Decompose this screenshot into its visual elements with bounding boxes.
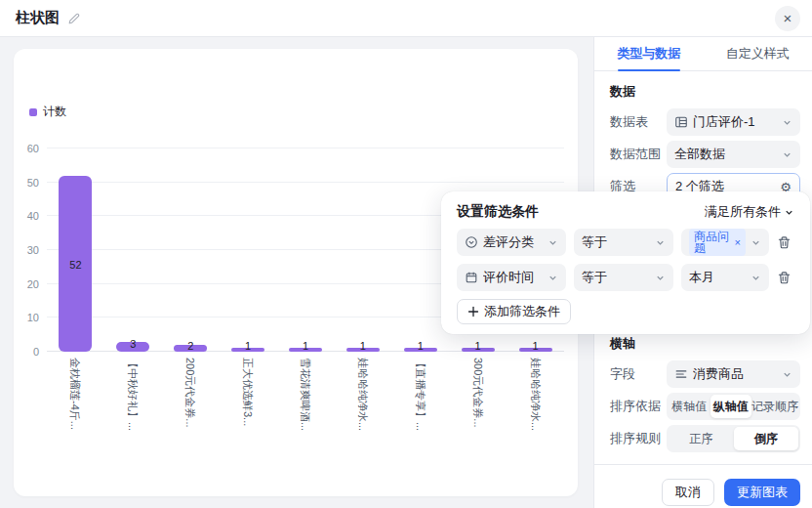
filter-field-select[interactable]: 差评分类	[457, 229, 566, 256]
tab-custom-style[interactable]: 自定义样式	[704, 37, 812, 70]
x-category-label: 雪花清爽啤酒...	[298, 358, 312, 431]
chevron-down-icon	[782, 149, 792, 160]
sort-by-option[interactable]: 纵轴值	[710, 395, 752, 418]
legend-label: 计数	[43, 104, 66, 120]
bar-value-label: 1	[449, 340, 507, 352]
bar-value-label: 52	[47, 259, 104, 271]
field-label: 字段	[610, 365, 667, 383]
y-tick-label: 30	[14, 244, 39, 256]
sort-rule-label: 排序规则	[610, 430, 667, 447]
bar-value-label: 1	[277, 340, 335, 352]
x-category-label: 金枕榴莲-4斤...	[67, 358, 82, 430]
bar-value-label: 2	[162, 340, 220, 352]
tag-label: 商品问题	[694, 231, 732, 254]
chevron-down-icon	[548, 273, 558, 283]
tab-type-and-data[interactable]: 类型与数据	[594, 37, 704, 70]
chevron-down-icon	[751, 237, 761, 248]
filter-value-select[interactable]: 本月	[681, 264, 769, 291]
filter-field-value: 差评分类	[483, 233, 543, 251]
x-category-label: 娃哈哈纯净水...	[355, 358, 370, 431]
y-tick-label: 10	[14, 312, 39, 323]
filter-operator-value: 等于	[582, 269, 650, 286]
filter-operator-value: 等于	[582, 233, 650, 251]
filter-field-select[interactable]: 评价时间	[457, 264, 566, 291]
close-icon[interactable]: ×	[775, 6, 800, 31]
filter-operator-select[interactable]: 等于	[574, 264, 673, 291]
sort-by-option[interactable]: 横轴值	[669, 395, 710, 418]
sort-rule-option[interactable]: 倒序	[734, 427, 799, 450]
add-filter-label: 添加筛选条件	[484, 303, 560, 320]
plus-icon	[467, 306, 479, 318]
data-table-select[interactable]: 门店评价-1	[667, 108, 800, 136]
data-range-label: 数据范围	[610, 146, 667, 163]
field-list-icon	[674, 367, 688, 381]
chevron-down-icon	[782, 369, 792, 380]
y-tick-label: 50	[14, 177, 39, 189]
add-filter-button[interactable]: 添加筛选条件	[457, 299, 571, 324]
y-tick-label: 60	[14, 143, 39, 154]
bar-value-label: 1	[220, 340, 277, 352]
bar-value-label: 1	[391, 340, 449, 352]
x-category-label: 200元代金券...	[183, 358, 197, 428]
sort-by-label: 排序依据	[610, 398, 667, 415]
data-table-value: 门店评价-1	[693, 113, 777, 131]
modal-header: 柱状图 ×	[0, 0, 812, 37]
chevron-down-icon	[655, 273, 666, 283]
filter-popup-title: 设置筛选条件	[457, 203, 539, 221]
bar-value-label: 1	[507, 340, 564, 352]
chevron-down-icon	[655, 237, 666, 248]
filter-popup: 设置筛选条件 满足所有条件 差评分类 等于 商品问题 ×	[441, 191, 810, 334]
xaxis-field-select[interactable]: 消费商品	[667, 360, 800, 388]
filter-row: 评价时间 等于 本月	[457, 264, 794, 291]
filter-row: 差评分类 等于 商品问题 ×	[457, 229, 794, 256]
data-range-select[interactable]: 全部数据	[667, 141, 800, 168]
chevron-down-icon	[782, 117, 792, 128]
chevron-down-icon	[751, 273, 761, 283]
match-mode-value: 满足所有条件	[705, 203, 781, 221]
x-category-label: 【中秋好礼】...	[125, 358, 140, 431]
calendar-icon	[465, 271, 478, 284]
x-category-label: 正大优选鲜3...	[240, 358, 255, 426]
data-range-value: 全部数据	[674, 146, 777, 163]
x-category-label: 300元代金券...	[470, 358, 485, 428]
select-field-icon	[465, 235, 478, 249]
update-chart-button[interactable]: 更新图表	[724, 479, 800, 506]
bar-value-label: 3	[104, 338, 162, 350]
data-section-title: 数据	[610, 83, 800, 101]
y-tick-label: 0	[14, 346, 39, 358]
table-label: 数据表	[610, 113, 667, 131]
chart-editor-modal: { "header": { "title": "柱状图" }, "tabs": …	[0, 0, 812, 508]
delete-filter-icon[interactable]	[777, 233, 794, 251]
filter-value-select[interactable]: 商品问题 ×	[681, 229, 769, 256]
xaxis-section-title: 横轴	[610, 335, 800, 353]
panel-tabs: 类型与数据 自定义样式	[594, 37, 812, 71]
edit-title-icon[interactable]	[67, 12, 81, 25]
filter-field-value: 评价时间	[483, 269, 543, 286]
delete-filter-icon[interactable]	[777, 269, 794, 286]
cancel-button[interactable]: 取消	[662, 479, 714, 506]
filter-operator-select[interactable]: 等于	[574, 229, 673, 256]
y-tick-label: 20	[14, 278, 39, 290]
sort-rule-option[interactable]: 正序	[669, 427, 734, 450]
table-icon	[674, 115, 688, 129]
sort-by-option[interactable]: 记录顺序	[751, 395, 798, 418]
x-category-label: 娃哈哈纯净水...	[528, 358, 543, 431]
page-title: 柱状图	[16, 9, 60, 27]
bar-value-label: 1	[334, 340, 391, 352]
sort-rule-segmented: 正序倒序	[667, 425, 800, 452]
x-axis-labels: 金枕榴莲-4斤...【中秋好礼】...200元代金券...正大优选鲜3...雪花…	[47, 354, 564, 446]
x-category-label: 【直播专享】...	[413, 358, 427, 431]
y-tick-label: 40	[14, 210, 39, 222]
xaxis-field-value: 消费商品	[693, 365, 777, 383]
chevron-down-icon	[548, 237, 558, 248]
filter-value-tag: 商品问题 ×	[689, 229, 746, 256]
match-mode-select[interactable]: 满足所有条件	[705, 203, 794, 221]
y-axis-labels: 0102030405060	[14, 49, 41, 496]
tag-remove-icon[interactable]: ×	[735, 237, 741, 248]
filter-value-text: 本月	[689, 269, 746, 286]
sort-by-segmented: 横轴值纵轴值记录顺序	[667, 393, 800, 420]
